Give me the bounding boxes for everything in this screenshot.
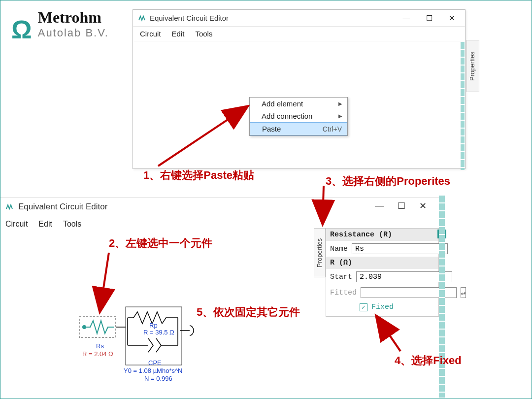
app-icon [5, 203, 13, 211]
ctx-add-connection[interactable]: Add connection ▶ [250, 110, 347, 122]
menu-tools-2[interactable]: Tools [63, 220, 81, 229]
submenu-arrow-icon: ▶ [338, 101, 342, 106]
annotation-5: 5、依次固定其它元件 [197, 305, 300, 320]
context-menu: Add element ▶ Add connection ▶ Paste Ctr… [249, 97, 348, 136]
rp-value: R = 39.5 Ω [143, 329, 174, 336]
annotation-1: 1、右键选择Paste粘贴 [143, 168, 254, 183]
menu-circuit[interactable]: Circuit [140, 30, 161, 38]
properties-header: Resistance (R) [326, 229, 438, 241]
annotation-4: 4、选择Fixed [395, 353, 462, 368]
cpe-n: N = 0.996 [144, 375, 172, 382]
rs-label-text: Rs [96, 342, 104, 350]
close-icon[interactable]: ✕ [419, 200, 427, 211]
window-circuit-editor-1: Equivalent Circuit Editor — ☐ ✕ Circuit … [133, 9, 466, 169]
annotation-3: 3、选择右侧的Properites [326, 174, 450, 189]
r-section-header: R (Ω) [326, 257, 438, 269]
fixed-checkbox[interactable]: ✓ [360, 303, 367, 311]
omega-icon: Ω [11, 20, 32, 39]
properties-tab-2[interactable]: Properties [314, 228, 326, 277]
maximize-button[interactable]: ☐ [418, 10, 440, 26]
window-title: Equivalent Circuit Editor [150, 14, 229, 22]
window-controls-2: — ☐ ✕ [375, 200, 427, 211]
window-title-2: Equivalent Circuit Editor [18, 202, 107, 212]
svg-rect-3 [126, 307, 182, 365]
ctx-add-element[interactable]: Add element ▶ [250, 98, 347, 110]
start-label: Start [330, 273, 352, 281]
svg-point-1 [82, 325, 86, 329]
rp-label: Rp [149, 322, 158, 329]
submenu-arrow-icon: ▶ [338, 113, 342, 119]
brand-logo: Ω Metrohm Autolab B.V. [11, 8, 109, 39]
rs-value: R = 2.04 Ω [82, 350, 113, 358]
brand-sub: Autolab B.V. [38, 27, 109, 39]
name-input[interactable] [352, 243, 448, 254]
name-label: Name [330, 245, 348, 253]
menu-edit[interactable]: Edit [172, 30, 185, 38]
app-icon [138, 14, 146, 22]
decorative-stripe [461, 42, 465, 170]
minimize-icon[interactable]: — [375, 200, 384, 211]
menu-tools[interactable]: Tools [195, 30, 212, 38]
menu-circuit-2[interactable]: Circuit [5, 220, 28, 229]
fixed-label: Fixed [371, 303, 394, 311]
start-input[interactable] [356, 271, 452, 282]
return-button[interactable]: ↵ [461, 287, 466, 298]
brand-name: Metrohm [38, 8, 109, 27]
cpe-label: CPE [148, 359, 162, 366]
ctx-paste[interactable]: Paste Ctrl+V [250, 122, 347, 135]
menu-edit-2[interactable]: Edit [38, 220, 52, 229]
close-button[interactable]: ✕ [440, 10, 463, 26]
cpe-y0: Y0 = 1.08 µMho*s^N [124, 367, 182, 374]
annotation-2: 2、左键选中一个元件 [109, 236, 212, 251]
properties-panel: Resistance (R) Name R (Ω) Start Fitted ↵… [326, 228, 439, 317]
maximize-icon[interactable]: ☐ [398, 200, 405, 211]
properties-tab-1[interactable]: Properties [466, 40, 479, 92]
fitted-label: Fitted [330, 289, 357, 297]
minimize-button[interactable]: — [395, 10, 418, 26]
